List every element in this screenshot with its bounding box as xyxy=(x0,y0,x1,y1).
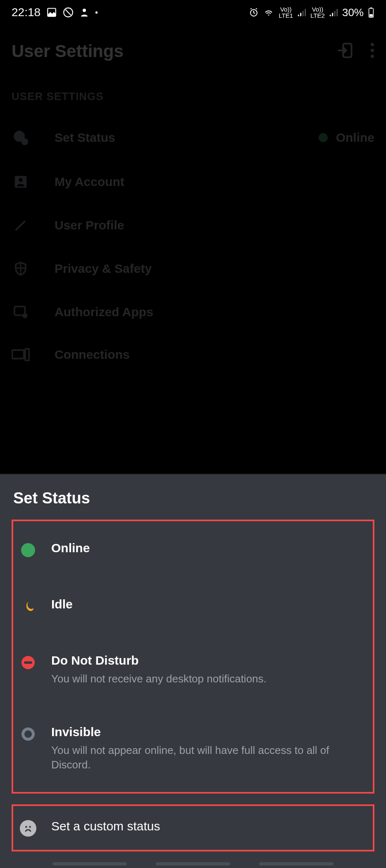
svg-line-2 xyxy=(66,10,71,15)
login-icon[interactable] xyxy=(336,41,354,61)
apps-icon xyxy=(12,305,30,320)
invisible-icon xyxy=(20,726,36,742)
online-icon xyxy=(20,542,36,558)
menu-set-status[interactable]: Set Status Online xyxy=(0,115,386,160)
svg-point-11 xyxy=(371,55,374,58)
section-label: USER SETTINGS xyxy=(0,69,386,115)
settings-menu: Set Status Online My Account User Profil… xyxy=(0,115,386,376)
option-label: Do Not Disturb xyxy=(51,653,366,668)
menu-label: User Profile xyxy=(55,218,374,232)
svg-point-12 xyxy=(14,131,25,142)
svg-rect-7 xyxy=(369,14,373,17)
svg-rect-18 xyxy=(12,350,24,358)
person-icon xyxy=(79,7,89,18)
pencil-icon xyxy=(12,218,30,233)
option-label: Online xyxy=(51,541,366,555)
svg-rect-8 xyxy=(343,44,351,57)
menu-label: Set Status xyxy=(55,131,294,145)
signal2-icon xyxy=(329,8,338,17)
svg-rect-6 xyxy=(370,7,372,8)
menu-label: My Account xyxy=(55,175,374,189)
svg-point-20 xyxy=(25,826,27,828)
option-label: Invisible xyxy=(51,725,366,739)
sheet-title: Set Status xyxy=(12,489,374,507)
svg-point-17 xyxy=(23,313,28,318)
set-custom-status[interactable]: Set a custom status xyxy=(16,810,370,846)
status-option-idle[interactable]: Idle xyxy=(16,585,370,627)
svg-point-3 xyxy=(83,9,86,12)
svg-point-10 xyxy=(371,49,374,52)
dot-icon: • xyxy=(95,8,98,17)
android-status-bar: 22:18 • Vo))LTE1 Vo))LTE2 30% xyxy=(0,0,386,25)
sim2-label: Vo))LTE2 xyxy=(310,6,325,19)
option-subtitle: You will not receive any desktop notific… xyxy=(51,672,366,686)
menu-connections[interactable]: Connections xyxy=(0,334,386,376)
set-status-sheet: Set Status Online Idle Do Not Disturb Yo… xyxy=(0,474,386,868)
nav-home[interactable] xyxy=(156,862,230,866)
status-option-online[interactable]: Online xyxy=(16,529,370,571)
menu-authorized-apps[interactable]: Authorized Apps xyxy=(0,291,386,334)
online-dot-icon xyxy=(319,133,328,142)
svg-point-9 xyxy=(371,43,374,46)
android-nav-bar xyxy=(0,862,386,866)
svg-point-15 xyxy=(19,178,23,182)
battery-icon xyxy=(368,7,374,18)
wifi-icon xyxy=(263,7,274,17)
battery-percent: 30% xyxy=(342,6,364,19)
svg-point-13 xyxy=(21,138,29,145)
account-icon xyxy=(12,174,30,190)
more-icon[interactable] xyxy=(370,43,374,60)
signal1-icon xyxy=(297,8,306,17)
sad-face-icon xyxy=(20,820,36,837)
svg-rect-14 xyxy=(15,176,27,188)
menu-label: Privacy & Safety xyxy=(55,262,374,276)
svg-point-21 xyxy=(29,826,31,828)
status-option-invisible[interactable]: Invisible You will not appear online, bu… xyxy=(16,713,370,785)
idle-moon-icon xyxy=(20,598,36,615)
page-title: User Settings xyxy=(12,41,124,61)
nav-back[interactable] xyxy=(259,862,334,866)
svg-rect-19 xyxy=(25,349,29,360)
custom-status-label: Set a custom status xyxy=(51,819,366,833)
devices-icon xyxy=(12,348,30,361)
status-value: Online xyxy=(336,131,374,145)
custom-status-highlight: Set a custom status xyxy=(12,804,374,851)
menu-label: Authorized Apps xyxy=(55,305,374,319)
menu-privacy-safety[interactable]: Privacy & Safety xyxy=(0,247,386,291)
dnd-icon xyxy=(20,654,36,671)
menu-label: Connections xyxy=(55,348,374,362)
status-options-highlight: Online Idle Do Not Disturb You will not … xyxy=(12,520,374,794)
image-icon xyxy=(46,7,57,18)
svg-rect-16 xyxy=(14,307,25,315)
option-label: Idle xyxy=(51,597,366,611)
menu-user-profile[interactable]: User Profile xyxy=(0,204,386,247)
shield-icon xyxy=(12,261,30,277)
alarm-icon xyxy=(249,7,259,17)
option-subtitle: You will not appear online, but will hav… xyxy=(51,743,366,772)
nav-recent[interactable] xyxy=(52,862,127,866)
status-badge-icon xyxy=(12,129,30,146)
menu-my-account[interactable]: My Account xyxy=(0,160,386,204)
dnd-notif-icon xyxy=(63,7,74,18)
status-option-dnd[interactable]: Do Not Disturb You will not receive any … xyxy=(16,641,370,699)
page-header: User Settings xyxy=(0,25,386,69)
sim1-label: Vo))LTE1 xyxy=(279,6,293,19)
status-time: 22:18 xyxy=(12,6,41,19)
